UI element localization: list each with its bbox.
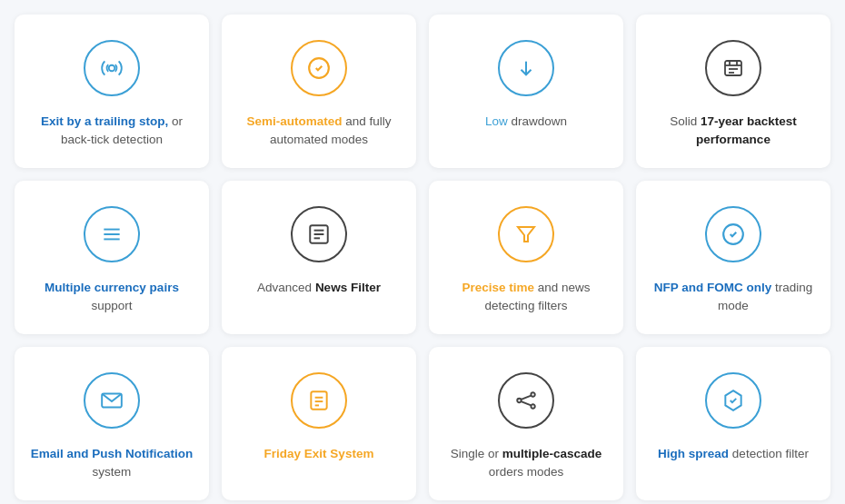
- icon-precise-time: [498, 206, 554, 262]
- text-nfp-fomc: NFP and FOMC only trading mode: [651, 279, 816, 314]
- svg-point-0: [109, 65, 115, 72]
- text-high-spread: High spread detection filter: [658, 445, 809, 463]
- icon-backtest: [705, 40, 761, 96]
- text-cascade-orders: Single or multiple-cascade orders modes: [443, 445, 609, 480]
- features-grid: Exit by a trailing stop, or back-tick de…: [15, 15, 830, 500]
- card-semi-automated: Semi-automated and fully automated modes: [222, 15, 416, 168]
- svg-point-23: [517, 399, 521, 402]
- text-exit-trailing: Exit by a trailing stop, or back-tick de…: [29, 113, 194, 148]
- text-news-filter: Advanced News Filter: [257, 279, 381, 297]
- text-friday-exit: Friday Exit System: [264, 445, 374, 463]
- icon-semi-automated: [291, 40, 347, 96]
- svg-marker-16: [518, 227, 534, 242]
- icon-friday-exit: [291, 372, 347, 429]
- card-cascade-orders: Single or multiple-cascade orders modes: [429, 347, 623, 500]
- text-semi-automated: Semi-automated and fully automated modes: [236, 113, 402, 148]
- svg-point-25: [531, 405, 534, 409]
- icon-email-push: [84, 372, 140, 429]
- card-backtest: Solid 17-year backtest performance: [636, 15, 830, 168]
- card-precise-time: Precise time and news detecting filters: [429, 181, 623, 334]
- svg-line-27: [522, 401, 532, 405]
- icon-exit-trailing: [84, 40, 140, 96]
- svg-point-24: [531, 393, 534, 397]
- card-exit-trailing: Exit by a trailing stop, or back-tick de…: [15, 15, 209, 168]
- card-nfp-fomc: NFP and FOMC only trading mode: [636, 181, 830, 334]
- text-low-drawdown: Low drawdown: [485, 113, 567, 131]
- card-high-spread: High spread detection filter: [636, 347, 830, 500]
- svg-line-26: [522, 396, 532, 400]
- icon-currency-pairs: [84, 206, 140, 262]
- card-news-filter: Advanced News Filter: [222, 181, 416, 334]
- icon-high-spread: [705, 372, 761, 429]
- card-email-push: Email and Push Notification system: [15, 347, 209, 500]
- icon-nfp-fomc: [705, 206, 761, 262]
- text-backtest: Solid 17-year backtest performance: [651, 113, 816, 148]
- text-precise-time: Precise time and news detecting filters: [443, 279, 609, 314]
- card-currency-pairs: Multiple currency pairs support: [15, 181, 209, 334]
- icon-cascade-orders: [498, 372, 554, 429]
- icon-low-drawdown: [498, 40, 554, 96]
- svg-rect-19: [311, 392, 326, 410]
- text-email-push: Email and Push Notification system: [29, 445, 194, 480]
- icon-news-filter: [291, 206, 347, 262]
- card-low-drawdown: Low drawdown: [429, 15, 623, 168]
- text-currency-pairs: Multiple currency pairs support: [29, 279, 194, 314]
- card-friday-exit: Friday Exit System: [222, 347, 416, 500]
